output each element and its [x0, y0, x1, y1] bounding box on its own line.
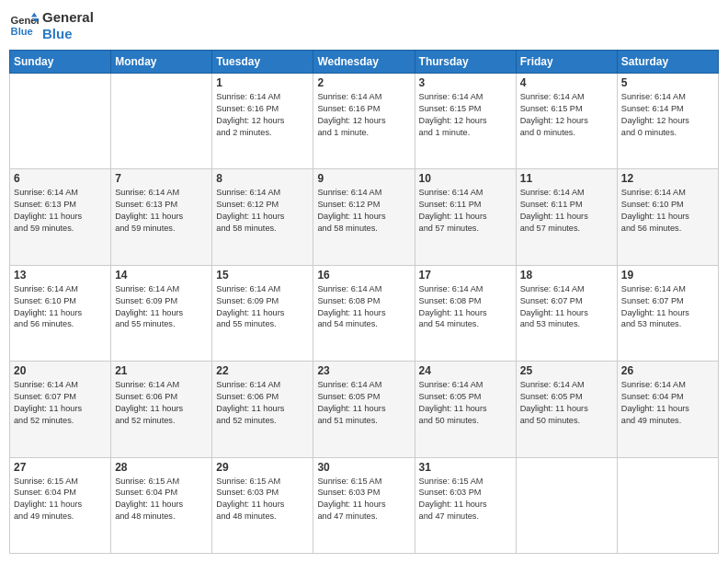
calendar-cell: 20Sunrise: 6:14 AMSunset: 6:07 PMDayligh… [10, 362, 111, 457]
day-info: Sunrise: 6:14 AMSunset: 6:12 PMDaylight:… [317, 187, 410, 235]
weekday-header-tuesday: Tuesday [212, 51, 313, 74]
day-info: Sunrise: 6:14 AMSunset: 6:07 PMDaylight:… [520, 283, 613, 331]
weekday-header-wednesday: Wednesday [313, 51, 415, 74]
day-number: 19 [621, 269, 714, 282]
day-info: Sunrise: 6:14 AMSunset: 6:07 PMDaylight:… [621, 283, 714, 331]
calendar-cell: 4Sunrise: 6:14 AMSunset: 6:15 PMDaylight… [516, 74, 617, 169]
weekday-header-friday: Friday [516, 51, 617, 74]
day-info: Sunrise: 6:14 AMSunset: 6:07 PMDaylight:… [14, 379, 107, 427]
weekday-header-sunday: Sunday [10, 51, 111, 74]
day-number: 17 [419, 269, 512, 282]
calendar-cell: 3Sunrise: 6:14 AMSunset: 6:15 PMDaylight… [415, 74, 516, 169]
day-number: 15 [216, 269, 309, 282]
calendar-cell: 19Sunrise: 6:14 AMSunset: 6:07 PMDayligh… [617, 265, 718, 361]
calendar-cell [111, 74, 212, 169]
calendar-cell: 11Sunrise: 6:14 AMSunset: 6:11 PMDayligh… [516, 169, 617, 265]
day-number: 7 [115, 172, 208, 185]
calendar-cell: 7Sunrise: 6:14 AMSunset: 6:13 PMDaylight… [111, 169, 212, 265]
day-info: Sunrise: 6:14 AMSunset: 6:12 PMDaylight:… [216, 187, 309, 235]
day-info: Sunrise: 6:14 AMSunset: 6:05 PMDaylight:… [520, 379, 613, 427]
day-number: 21 [115, 364, 208, 377]
day-info: Sunrise: 6:14 AMSunset: 6:10 PMDaylight:… [621, 187, 714, 235]
header: General Blue General Blue [9, 9, 719, 42]
calendar-cell: 6Sunrise: 6:14 AMSunset: 6:13 PMDaylight… [10, 169, 111, 265]
day-info: Sunrise: 6:14 AMSunset: 6:11 PMDaylight:… [419, 187, 512, 235]
calendar-cell: 27Sunrise: 6:15 AMSunset: 6:04 PMDayligh… [10, 457, 111, 553]
calendar-week-5: 27Sunrise: 6:15 AMSunset: 6:04 PMDayligh… [10, 457, 719, 553]
calendar-cell: 14Sunrise: 6:14 AMSunset: 6:09 PMDayligh… [111, 265, 212, 361]
calendar-cell: 13Sunrise: 6:14 AMSunset: 6:10 PMDayligh… [10, 265, 111, 361]
calendar-cell: 23Sunrise: 6:14 AMSunset: 6:05 PMDayligh… [313, 362, 415, 457]
calendar-cell: 30Sunrise: 6:15 AMSunset: 6:03 PMDayligh… [313, 457, 415, 553]
page: General Blue General Blue SundayMondayTu… [0, 0, 728, 563]
calendar-cell: 8Sunrise: 6:14 AMSunset: 6:12 PMDaylight… [212, 169, 313, 265]
calendar-header-row: SundayMondayTuesdayWednesdayThursdayFrid… [10, 51, 719, 74]
day-number: 26 [621, 364, 714, 377]
day-info: Sunrise: 6:14 AMSunset: 6:16 PMDaylight:… [216, 91, 309, 139]
day-number: 5 [621, 76, 714, 89]
day-info: Sunrise: 6:14 AMSunset: 6:10 PMDaylight:… [14, 283, 107, 331]
calendar-cell: 9Sunrise: 6:14 AMSunset: 6:12 PMDaylight… [313, 169, 415, 265]
calendar-cell [516, 457, 617, 553]
calendar-cell: 1Sunrise: 6:14 AMSunset: 6:16 PMDaylight… [212, 74, 313, 169]
logo: General Blue General Blue [9, 9, 94, 42]
day-number: 29 [216, 461, 309, 474]
day-info: Sunrise: 6:14 AMSunset: 6:11 PMDaylight:… [520, 187, 613, 235]
calendar-cell: 25Sunrise: 6:14 AMSunset: 6:05 PMDayligh… [516, 362, 617, 457]
day-number: 31 [419, 461, 512, 474]
day-info: Sunrise: 6:14 AMSunset: 6:16 PMDaylight:… [317, 91, 410, 139]
day-number: 25 [520, 364, 613, 377]
day-number: 13 [14, 269, 107, 282]
calendar-cell: 15Sunrise: 6:14 AMSunset: 6:09 PMDayligh… [212, 265, 313, 361]
day-info: Sunrise: 6:14 AMSunset: 6:08 PMDaylight:… [317, 283, 410, 331]
calendar-week-3: 13Sunrise: 6:14 AMSunset: 6:10 PMDayligh… [10, 265, 719, 361]
day-info: Sunrise: 6:14 AMSunset: 6:15 PMDaylight:… [520, 91, 613, 139]
day-info: Sunrise: 6:14 AMSunset: 6:09 PMDaylight:… [216, 283, 309, 331]
calendar-cell: 2Sunrise: 6:14 AMSunset: 6:16 PMDaylight… [313, 74, 415, 169]
calendar-cell: 24Sunrise: 6:14 AMSunset: 6:05 PMDayligh… [415, 362, 516, 457]
calendar-week-1: 1Sunrise: 6:14 AMSunset: 6:16 PMDaylight… [10, 74, 719, 169]
day-info: Sunrise: 6:14 AMSunset: 6:13 PMDaylight:… [14, 187, 107, 235]
logo-icon: General Blue [9, 11, 39, 40]
day-info: Sunrise: 6:15 AMSunset: 6:03 PMDaylight:… [419, 476, 512, 523]
logo-blue: Blue [42, 26, 94, 42]
calendar-cell: 29Sunrise: 6:15 AMSunset: 6:03 PMDayligh… [212, 457, 313, 553]
calendar-cell: 31Sunrise: 6:15 AMSunset: 6:03 PMDayligh… [415, 457, 516, 553]
calendar-week-4: 20Sunrise: 6:14 AMSunset: 6:07 PMDayligh… [10, 362, 719, 457]
day-info: Sunrise: 6:15 AMSunset: 6:03 PMDaylight:… [216, 476, 309, 523]
day-info: Sunrise: 6:14 AMSunset: 6:08 PMDaylight:… [419, 283, 512, 331]
day-number: 6 [14, 172, 107, 185]
day-info: Sunrise: 6:15 AMSunset: 6:04 PMDaylight:… [14, 476, 107, 523]
calendar-cell: 18Sunrise: 6:14 AMSunset: 6:07 PMDayligh… [516, 265, 617, 361]
day-number: 1 [216, 76, 309, 89]
day-info: Sunrise: 6:14 AMSunset: 6:06 PMDaylight:… [216, 379, 309, 427]
day-info: Sunrise: 6:14 AMSunset: 6:04 PMDaylight:… [621, 379, 714, 427]
logo-general: General [42, 9, 94, 26]
calendar-week-2: 6Sunrise: 6:14 AMSunset: 6:13 PMDaylight… [10, 169, 719, 265]
calendar-table: SundayMondayTuesdayWednesdayThursdayFrid… [9, 50, 719, 554]
calendar-cell: 16Sunrise: 6:14 AMSunset: 6:08 PMDayligh… [313, 265, 415, 361]
weekday-header-monday: Monday [111, 51, 212, 74]
day-info: Sunrise: 6:14 AMSunset: 6:06 PMDaylight:… [115, 379, 208, 427]
day-info: Sunrise: 6:14 AMSunset: 6:14 PMDaylight:… [621, 91, 714, 139]
calendar-cell [617, 457, 718, 553]
weekday-header-thursday: Thursday [415, 51, 516, 74]
day-info: Sunrise: 6:14 AMSunset: 6:13 PMDaylight:… [115, 187, 208, 235]
day-info: Sunrise: 6:15 AMSunset: 6:03 PMDaylight:… [317, 476, 410, 523]
day-number: 10 [419, 172, 512, 185]
day-number: 2 [317, 76, 410, 89]
calendar-cell: 12Sunrise: 6:14 AMSunset: 6:10 PMDayligh… [617, 169, 718, 265]
calendar-cell: 21Sunrise: 6:14 AMSunset: 6:06 PMDayligh… [111, 362, 212, 457]
day-number: 8 [216, 172, 309, 185]
day-info: Sunrise: 6:14 AMSunset: 6:15 PMDaylight:… [419, 91, 512, 139]
calendar-cell: 22Sunrise: 6:14 AMSunset: 6:06 PMDayligh… [212, 362, 313, 457]
svg-text:Blue: Blue [11, 26, 33, 37]
day-number: 27 [14, 461, 107, 474]
day-number: 20 [14, 364, 107, 377]
calendar-cell: 5Sunrise: 6:14 AMSunset: 6:14 PMDaylight… [617, 74, 718, 169]
day-number: 28 [115, 461, 208, 474]
day-number: 23 [317, 364, 410, 377]
day-number: 12 [621, 172, 714, 185]
day-number: 16 [317, 269, 410, 282]
day-number: 14 [115, 269, 208, 282]
